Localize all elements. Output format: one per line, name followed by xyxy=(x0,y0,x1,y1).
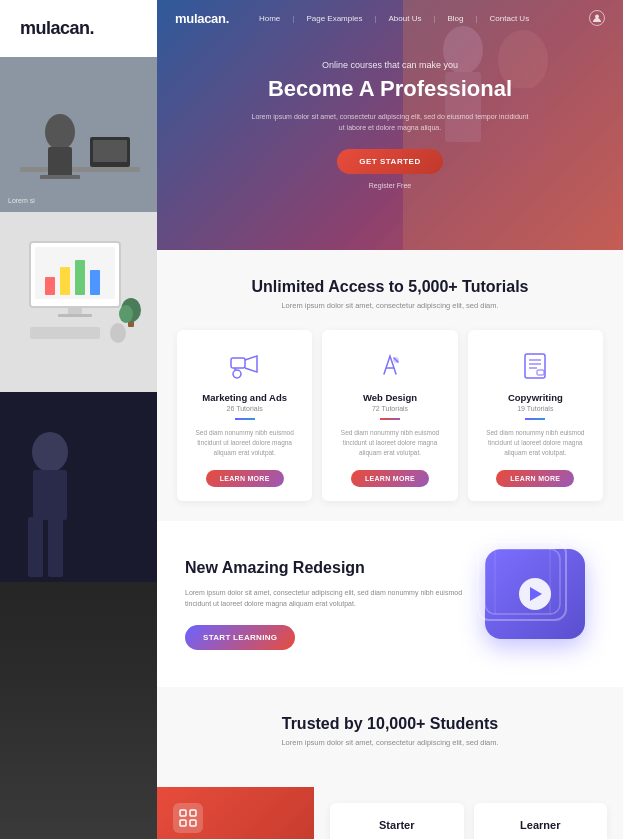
trusted-description: Lorem ipsum dolor sit amet, consectetur … xyxy=(177,738,603,747)
sidebar-logo: mulacan. xyxy=(0,0,157,57)
main-content: mulacan. Home | Page Examples | About Us… xyxy=(157,0,623,839)
webdesign-card-count: 72 Tutorials xyxy=(334,405,445,412)
tutorial-card-webdesign: Web Design 72 Tutorials Sed diam nonummy… xyxy=(322,330,457,501)
svg-rect-22 xyxy=(0,392,157,582)
svg-rect-46 xyxy=(180,820,186,826)
svg-point-21 xyxy=(119,305,133,323)
redesign-content: New Amazing Redesign Lorem ipsum dolor s… xyxy=(185,559,465,650)
svg-rect-15 xyxy=(68,307,82,315)
svg-rect-2 xyxy=(20,167,140,172)
nav-divider-2: | xyxy=(374,14,376,23)
pricing-left-panel: Euismod tincidunt ut laoreet dolore magn… xyxy=(157,787,314,839)
svg-rect-24 xyxy=(33,470,67,520)
sidebar-label: Lorem si xyxy=(8,197,35,204)
svg-rect-40 xyxy=(537,370,544,375)
pricing-card-starter: Starter xyxy=(330,803,464,839)
start-learning-button[interactable]: START LEARNING xyxy=(185,625,295,650)
copywriting-divider xyxy=(525,418,545,420)
hero-subtitle: Online courses that can make you xyxy=(197,60,583,70)
pricing-section: Euismod tincidunt ut laoreet dolore magn… xyxy=(157,787,623,839)
svg-rect-25 xyxy=(28,517,43,577)
svg-rect-47 xyxy=(190,820,196,826)
svg-point-23 xyxy=(32,432,68,472)
redesign-title: New Amazing Redesign xyxy=(185,559,465,577)
sidebar-mid-image xyxy=(0,212,157,392)
sidebar: mulacan. Lorem si xyxy=(0,0,157,839)
svg-rect-36 xyxy=(525,354,545,378)
copywriting-card-text: Sed diam nonummy nibh euismod tincidunt … xyxy=(480,428,591,457)
webdesign-divider xyxy=(380,418,400,420)
trusted-section: Trusted by 10,000+ Students Lorem ipsum … xyxy=(157,687,623,787)
nav-link-blog[interactable]: Blog xyxy=(447,14,463,23)
nav-link-page-examples[interactable]: Page Examples xyxy=(306,14,362,23)
nav-logo: mulacan. xyxy=(175,11,229,26)
nav-divider-4: | xyxy=(476,14,478,23)
svg-rect-17 xyxy=(30,327,100,339)
copywriting-icon xyxy=(517,348,553,384)
svg-rect-12 xyxy=(60,267,70,295)
get-started-button[interactable]: GET STARTED xyxy=(337,149,442,174)
nav-link-about[interactable]: About Us xyxy=(389,14,422,23)
navigation: mulacan. Home | Page Examples | About Us… xyxy=(157,0,623,36)
pricing-starter-title: Starter xyxy=(342,819,452,831)
pricing-grid-icon xyxy=(173,803,203,833)
marketing-card-text: Sed diam nonummy nibh euismod tincidunt … xyxy=(189,428,300,457)
svg-point-18 xyxy=(110,323,126,343)
copywriting-card-count: 19 Tutorials xyxy=(480,405,591,412)
hero-title: Become A Professional xyxy=(197,76,583,102)
svg-rect-7 xyxy=(93,140,127,162)
sidebar-top-image: Lorem si xyxy=(0,57,157,212)
redesign-visual xyxy=(485,549,595,659)
svg-rect-26 xyxy=(48,517,63,577)
pricing-card-learner: Learner xyxy=(474,803,608,839)
hero-description: Lorem ipsum dolor sit amet, consectetur … xyxy=(250,112,530,133)
webdesign-icon xyxy=(372,348,408,384)
trusted-title: Trusted by 10,000+ Students xyxy=(177,715,603,733)
pricing-learner-title: Learner xyxy=(486,819,596,831)
redesign-section: New Amazing Redesign Lorem ipsum dolor s… xyxy=(157,521,623,687)
pricing-cards-row: Starter Learner xyxy=(314,787,623,839)
marketing-icon xyxy=(227,348,263,384)
svg-rect-11 xyxy=(45,277,55,295)
svg-rect-44 xyxy=(180,810,186,816)
nav-links: Home | Page Examples | About Us | Blog |… xyxy=(259,14,589,23)
webdesign-learn-more-button[interactable]: LEARN MORE xyxy=(351,470,429,487)
sidebar-bottom-image xyxy=(0,392,157,839)
nav-divider-1: | xyxy=(292,14,294,23)
tutorials-title: Unlimited Access to 5,000+ Tutorials xyxy=(177,278,603,296)
svg-rect-4 xyxy=(48,147,72,177)
tutorial-card-marketing: Marketing and Ads 26 Tutorials Sed diam … xyxy=(177,330,312,501)
marketing-card-count: 26 Tutorials xyxy=(189,405,300,412)
svg-rect-41 xyxy=(485,549,560,614)
hero-section: mulacan. Home | Page Examples | About Us… xyxy=(157,0,623,250)
tutorial-cards-grid: Marketing and Ads 26 Tutorials Sed diam … xyxy=(177,330,603,501)
svg-rect-14 xyxy=(90,270,100,295)
copywriting-card-title: Copywriting xyxy=(480,392,591,403)
video-icon xyxy=(485,549,585,639)
svg-point-32 xyxy=(595,15,599,19)
tutorials-description: Lorem ipsum dolor sit amet, consectetur … xyxy=(177,301,603,310)
user-icon[interactable] xyxy=(589,10,605,26)
copywriting-learn-more-button[interactable]: LEARN MORE xyxy=(496,470,574,487)
register-link[interactable]: Register Free xyxy=(197,182,583,189)
svg-rect-13 xyxy=(75,260,85,295)
tutorials-section: Unlimited Access to 5,000+ Tutorials Lor… xyxy=(157,250,623,521)
tutorial-card-copywriting: Copywriting 19 Tutorials Sed diam nonumm… xyxy=(468,330,603,501)
svg-rect-33 xyxy=(231,358,245,368)
hero-content: Online courses that can make you Become … xyxy=(157,40,623,209)
nav-divider-3: | xyxy=(433,14,435,23)
marketing-divider xyxy=(235,418,255,420)
webdesign-card-title: Web Design xyxy=(334,392,445,403)
svg-point-3 xyxy=(45,114,75,150)
redesign-description: Lorem ipsum dolor sit amet, consectetur … xyxy=(185,587,465,609)
nav-link-home[interactable]: Home xyxy=(259,14,280,23)
webdesign-card-text: Sed diam nonummy nibh euismod tincidunt … xyxy=(334,428,445,457)
svg-rect-16 xyxy=(58,314,92,317)
svg-rect-45 xyxy=(190,810,196,816)
marketing-card-title: Marketing and Ads xyxy=(189,392,300,403)
marketing-learn-more-button[interactable]: LEARN MORE xyxy=(206,470,284,487)
svg-rect-1 xyxy=(0,57,157,212)
nav-link-contact[interactable]: Contact Us xyxy=(490,14,530,23)
svg-point-34 xyxy=(233,370,241,378)
svg-rect-5 xyxy=(40,175,80,179)
